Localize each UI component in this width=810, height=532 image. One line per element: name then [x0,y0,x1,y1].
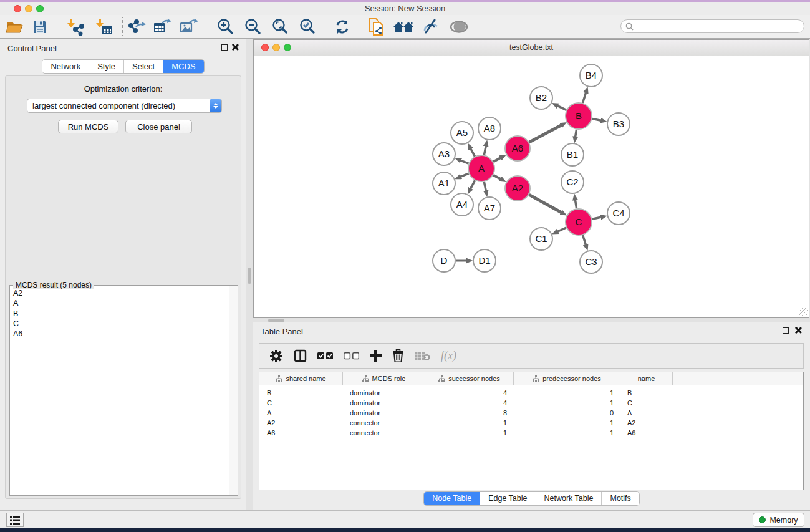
column-header-successor-nodes[interactable]: successor nodes [425,372,513,385]
delete-column-button[interactable] [392,349,404,362]
new-network-from-selection-button[interactable] [367,17,388,37]
search-icon [625,22,634,31]
add-column-button[interactable] [370,350,382,362]
zoom-selected-button[interactable] [296,17,317,37]
graph-edge-A-A4[interactable] [471,180,475,188]
first-neighbors-button[interactable] [393,17,414,37]
panel-splitter-handle[interactable] [248,268,251,284]
import-network-button[interactable] [65,17,86,37]
mcds-result-list[interactable]: A2 A B C A6 [10,286,229,495]
result-item[interactable]: A [13,298,229,308]
main-titlebar: Session: New Session [0,2,810,15]
float-panel-icon[interactable] [221,44,228,51]
float-table-panel-icon[interactable] [783,327,789,334]
network-canvas[interactable]: B4B2BB3A8A5A6A3B1AA1C2A2A4A7C4CC1C3DD1 [254,56,809,317]
graph-node-label-C3: C3 [585,256,597,267]
refresh-button[interactable] [332,17,353,37]
graph-edge-C-C2[interactable] [575,200,576,209]
close-panel-button[interactable]: Close panel [125,120,192,133]
graph-edge-C-C4[interactable] [592,217,600,219]
workspace: Control Panel Network Style Select MCDS … [0,39,810,510]
tab-network[interactable]: Network [42,60,89,73]
delete-table-button[interactable] [415,351,430,361]
save-session-button[interactable] [29,17,51,37]
criterion-dropdown[interactable]: largest connected component (directed) [27,99,222,113]
tab-mcds[interactable]: MCDS [163,60,203,73]
graph-edge-A-A3[interactable] [461,160,468,163]
export-table-button[interactable] [152,17,173,37]
close-panel-icon[interactable] [231,43,239,51]
search-field[interactable] [620,19,804,33]
select-all-button[interactable] [317,352,333,360]
graph-edge-A2-C[interactable] [529,195,561,212]
table-row[interactable]: A2connector 11 A2 [259,418,803,428]
graph-node-label-B4: B4 [586,70,597,80]
graph-node-label-A8: A8 [484,123,495,133]
zoom-in-button[interactable] [215,17,236,37]
export-image-button[interactable] [179,17,200,37]
column-header-name[interactable]: name [620,372,672,385]
column-type-icon [533,375,539,382]
task-history-button[interactable] [6,513,24,527]
result-item[interactable]: C [13,319,229,329]
tab-motifs[interactable]: Motifs [601,492,639,505]
graph-edge-B-B3[interactable] [592,118,601,120]
window-resize-grip[interactable] [799,308,808,316]
graph-edge-B-B4[interactable] [582,93,586,103]
graph-node-label-B: B [576,110,582,121]
close-table-panel-icon[interactable] [794,326,802,334]
unselect-all-button[interactable] [344,352,359,360]
graph-edge-A6-B[interactable] [529,125,561,142]
graph-edge-A-A6[interactable] [493,158,501,162]
graph-node-label-A1: A1 [438,178,450,188]
zoom-fit-button[interactable] [269,17,290,37]
tab-network-table[interactable]: Network Table [536,492,602,505]
zoom-fit-icon [271,18,288,36]
graph-edge-C-C3[interactable] [583,235,586,244]
network-titlebar[interactable]: testGlobe.txt [254,40,809,56]
table-row[interactable]: Bdominator 41 B [259,388,803,398]
result-item[interactable]: B [13,309,229,319]
graph-edge-A-A7[interactable] [484,182,486,191]
column-settings-button[interactable] [269,349,283,363]
mcds-tab-content: Optimization criterion: largest connecte… [5,75,241,499]
result-item[interactable]: A6 [13,329,229,339]
tab-style[interactable]: Style [89,60,123,73]
session-title: Session: New Session [0,4,810,13]
graph-edge-B-B1[interactable] [576,130,577,137]
function-builder-button[interactable]: f(x) [441,349,456,362]
show-columns-button[interactable] [294,349,307,362]
table-row[interactable]: Cdominator 41 C [259,398,803,408]
export-network-button[interactable] [126,17,147,37]
search-input[interactable] [636,21,804,31]
result-item[interactable]: A2 [13,288,229,298]
graph-edge-A-A8[interactable] [484,146,486,155]
graph-edge-A-A5[interactable] [471,148,475,156]
graph-node-label-C2: C2 [566,177,578,187]
result-scrollbar[interactable] [229,286,238,495]
tab-select[interactable]: Select [123,60,163,73]
export-table-icon [153,18,172,36]
dropdown-stepper-icon [210,99,221,112]
graph-edge-C-C1[interactable] [557,228,566,231]
export-network-icon [127,18,146,36]
plus-icon [370,350,382,362]
zoom-out-button[interactable] [242,17,263,37]
column-header-predecessor-nodes[interactable]: predecessor nodes [513,372,620,385]
column-header-mcds-role[interactable]: MCDS role [342,372,425,385]
node-table[interactable]: shared name MCDS role successor nodes pr… [259,372,804,490]
tab-node-table[interactable]: Node Table [424,492,480,505]
table-row[interactable]: Adominator 80 A [259,408,803,418]
open-session-button[interactable] [4,17,25,37]
import-table-button[interactable] [94,17,115,37]
show-graphics-details-button[interactable] [420,17,441,37]
graph-edge-B-B2[interactable] [557,106,566,110]
run-mcds-button[interactable]: Run MCDS [58,120,118,133]
graph-edge-A-A1[interactable] [461,173,469,177]
column-header-shared-name[interactable]: shared name [259,372,342,385]
graph-edge-A-A2[interactable] [493,175,501,179]
tab-edge-table[interactable]: Edge Table [480,492,535,505]
memory-button[interactable]: Memory [753,513,804,527]
birds-eye-view-button[interactable] [448,17,470,37]
table-row[interactable]: A6connector 11 A6 [259,428,803,438]
